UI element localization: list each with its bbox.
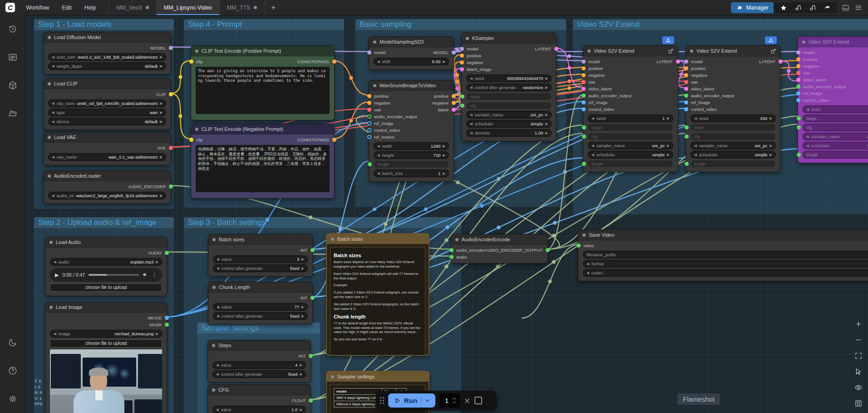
sampler-name-widget[interactable]: ◀sampler_nameuni_pc▶ (588, 142, 673, 149)
node-header[interactable]: AudioEncoderEncode (451, 234, 547, 245)
group-title[interactable]: Step 1 - Load models (34, 19, 174, 30)
steps-widget[interactable]: steps (803, 114, 868, 122)
increment-arrow-icon[interactable]: ▶ (769, 144, 772, 148)
load-audio[interactable]: Load AudioAUDIO◀audioexplain.mp3▶▶0:00 /… (45, 237, 167, 296)
value-widget[interactable]: ◀value1.0▶ (212, 406, 306, 413)
decrement-arrow-icon[interactable]: ◀ (377, 60, 380, 64)
subgraph-badge-icon[interactable] (662, 36, 674, 44)
decrement-arrow-icon[interactable]: ◀ (587, 262, 589, 266)
tab-mm-veo3[interactable]: MM_Veo3 (109, 0, 156, 15)
load-image[interactable]: Load ImageIMAGEMASK◀imagemichael_bureau.… (45, 302, 167, 413)
drag-handle-icon[interactable] (380, 397, 384, 404)
decrement-arrow-icon[interactable]: ◀ (217, 314, 219, 318)
negative-input-port[interactable] (367, 101, 371, 105)
decrement-arrow-icon[interactable]: ◀ (377, 144, 380, 148)
positive-output-port[interactable] (452, 94, 456, 98)
cfg-widget[interactable]: cfg (803, 124, 868, 131)
node-header[interactable]: Load CLIP (44, 79, 171, 89)
node-header[interactable]: ModelSamplingSD3 (369, 37, 454, 47)
model-input-port[interactable] (582, 60, 586, 64)
menu-icon[interactable] (854, 4, 863, 12)
int-output-port[interactable] (311, 248, 315, 252)
positive-input-port[interactable] (684, 66, 688, 70)
collapse-dot[interactable] (48, 36, 51, 39)
negative-input-port[interactable] (582, 73, 586, 77)
cfg-input-port[interactable] (582, 134, 586, 139)
seed-widget[interactable]: ◀seed950389043464970▶ (466, 75, 552, 82)
stop-icon[interactable] (474, 397, 482, 404)
audio-output-port[interactable] (165, 251, 169, 255)
node-header[interactable]: Load VAE (44, 132, 171, 143)
collapse-dot[interactable] (331, 375, 334, 378)
model-input-port[interactable] (796, 50, 800, 55)
increment-arrow-icon[interactable]: ▶ (156, 332, 158, 336)
batch-size-widget[interactable]: ◀batch_size1▶ (374, 169, 449, 177)
group-title[interactable]: Step 2 - Upload audio & ref_image (34, 217, 174, 228)
model-output-port[interactable] (452, 50, 456, 55)
codec-widget[interactable]: ◀codec▶ (583, 269, 868, 277)
select-icon[interactable] (854, 368, 863, 376)
increment-arrow-icon[interactable]: ▶ (301, 257, 304, 261)
video-s2v-extend-3[interactable]: Video S2V ExtendmodelLATENTpositivenegat… (798, 36, 868, 163)
cfg-widget[interactable]: cfg (690, 133, 776, 140)
seed-widget[interactable]: ◀seed1▶ (803, 105, 868, 113)
load-diffusion-model[interactable]: Load Diffusion ModelMODEL◀unet_namewan2.… (43, 32, 171, 75)
increment-arrow-icon[interactable]: ▶ (300, 408, 302, 412)
length-input-port[interactable] (685, 162, 689, 166)
control-after-generate-widget[interactable]: ◀control after generatefixed▶ (213, 312, 308, 320)
increment-arrow-icon[interactable]: ▶ (300, 363, 302, 367)
latent-output-port[interactable] (779, 60, 783, 64)
manager-button[interactable]: Manager (731, 2, 774, 13)
collapse-dot[interactable] (48, 136, 51, 139)
node-header[interactable]: Batch sizes (208, 234, 312, 245)
new-tab-button[interactable]: + (265, 3, 282, 12)
steps-input-port[interactable] (685, 125, 689, 129)
collapse-dot[interactable] (582, 234, 586, 237)
value-widget[interactable]: ◀value4▶ (212, 361, 306, 369)
increment-arrow-icon[interactable]: ▶ (301, 305, 304, 309)
decrement-arrow-icon[interactable]: ◀ (216, 408, 219, 412)
increment-arrow-icon[interactable]: ▶ (301, 266, 304, 270)
tab-mm-tts[interactable]: MM_TTS (220, 0, 265, 15)
node-header[interactable]: CLIP Text Encode (Positive Prompt) (191, 46, 334, 56)
node-header[interactable]: Sampler settings (327, 372, 429, 382)
decrement-arrow-icon[interactable]: ◀ (470, 76, 473, 80)
theme-toggle-icon[interactable] (8, 338, 18, 348)
control-video-input-port[interactable] (367, 128, 371, 132)
collapse-dot[interactable] (212, 344, 215, 347)
seed-widget[interactable]: ◀seed250▶ (690, 114, 776, 122)
increment-arrow-icon[interactable]: ▶ (443, 60, 445, 64)
volume-icon[interactable] (143, 272, 148, 279)
decrement-arrow-icon[interactable]: ◀ (587, 271, 589, 275)
increment-arrow-icon[interactable]: ▶ (667, 144, 670, 148)
length-widget[interactable]: length (803, 151, 868, 159)
group-title[interactable]: Step 4 - Prompt (184, 19, 344, 30)
audio-widget[interactable]: ◀audioexplain.mp3▶ (50, 258, 162, 266)
length-widget[interactable]: length (588, 160, 673, 168)
sampler-name-widget[interactable]: ◀sampler_nameuni_pc▶ (466, 111, 552, 119)
audio-input-port[interactable] (449, 255, 454, 259)
type-widget[interactable]: ◀typewan▶ (48, 109, 166, 116)
negative-input-port[interactable] (684, 73, 688, 77)
collapse-dot[interactable] (690, 50, 693, 53)
mask-output-port[interactable] (165, 323, 169, 327)
steps-input-port[interactable] (582, 125, 586, 129)
cfg-widget[interactable]: cfg (466, 102, 552, 109)
collapse-dot[interactable] (373, 84, 376, 87)
decrement-arrow-icon[interactable]: ◀ (54, 260, 56, 264)
steps-widget[interactable]: steps (690, 124, 776, 131)
collapse-dot[interactable] (466, 37, 469, 40)
increment-arrow-icon[interactable]: ▶ (769, 153, 772, 157)
decrement-arrow-icon[interactable]: ◀ (377, 171, 380, 175)
clip-text-encode-positive[interactable]: CLIP Text Encode (Positive Prompt)clipCO… (191, 45, 335, 120)
comfyui-logo-icon[interactable]: C (5, 3, 15, 12)
load-clip[interactable]: Load CLIPCLIP◀clip_nameumt5_xxl_fp8_e4m3… (43, 78, 171, 130)
node-header[interactable]: Video S2V Extend (686, 46, 780, 56)
menu-workflow[interactable]: Workflow (26, 5, 49, 11)
increment-arrow-icon[interactable]: ▶ (160, 194, 163, 198)
increment-arrow-icon[interactable]: ▶ (301, 314, 304, 318)
unload-models-icon[interactable] (794, 4, 802, 11)
clip-input-port[interactable] (189, 60, 193, 64)
decrement-arrow-icon[interactable]: ◀ (470, 85, 473, 90)
history-icon[interactable] (8, 24, 18, 34)
